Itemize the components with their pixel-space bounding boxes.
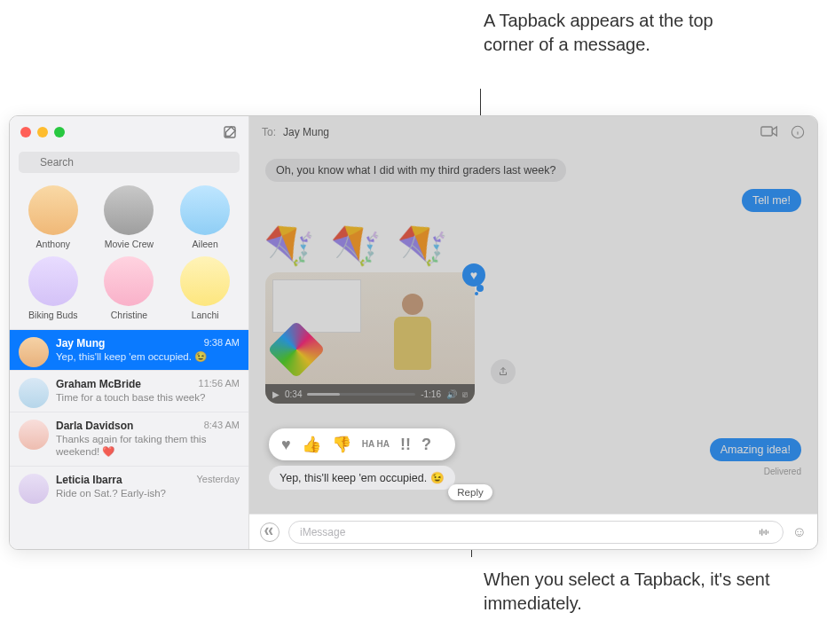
tapback-picker: ♥ 👍 👎 HA HA !! ?: [269, 428, 455, 460]
tapback-popup: ♥ 👍 👎 HA HA !! ? Yep, this'll keep 'em o…: [269, 428, 455, 490]
close-button[interactable]: [20, 127, 31, 137]
message-placeholder: iMessage: [300, 526, 345, 538]
pinned-label: Anthony: [36, 239, 71, 249]
conversation-pane: To: Jay Mung Oh, you know what I did wit…: [249, 116, 817, 549]
conversation-item[interactable]: Jay Mung9:38 AM Yep, this'll keep 'em oc…: [10, 329, 248, 370]
tapback-tail: [475, 292, 478, 295]
message-bubble-outgoing[interactable]: Tell me!: [742, 189, 801, 212]
focused-message-text: Yep, this'll keep 'em occupied. 😉: [280, 472, 445, 484]
conversation-preview: Time for a touch base this week?: [56, 391, 240, 404]
conversation-time: 9:38 AM: [204, 337, 240, 349]
conversation-time: Yesterday: [196, 474, 240, 486]
conversation-time: 11:56 AM: [199, 378, 240, 390]
audio-message-icon[interactable]: [756, 526, 772, 538]
callout-tapback-appears: A Tapback appears at the top corner of a…: [484, 9, 723, 57]
conversation-item[interactable]: Leticia IbarraYesterday Ride on Sat.? Ea…: [10, 466, 248, 507]
tapback-heart-button[interactable]: ♥: [281, 436, 291, 454]
message-input[interactable]: iMessage: [288, 521, 784, 544]
message-composer: iMessage ☺: [249, 514, 817, 549]
avatar: [104, 256, 154, 306]
messages-window: Anthony Movie Crew Aileen Biking Buds Ch…: [9, 115, 818, 550]
tapback-haha-button[interactable]: HA HA: [362, 440, 390, 449]
volume-icon[interactable]: 🔊: [446, 389, 457, 399]
video-elapsed: 0:34: [285, 389, 302, 399]
search-row: [10, 148, 248, 180]
kite-emoji-row: 🪁 🪁 🪁: [265, 221, 801, 269]
kite-icon: 🪁: [395, 216, 453, 272]
avatar: [19, 474, 49, 504]
avatar: [28, 256, 78, 306]
tapback-thumbs-down-button[interactable]: 👎: [332, 435, 351, 454]
conversation-time: 8:43 AM: [204, 420, 240, 432]
share-button[interactable]: [491, 359, 516, 384]
window-titlebar: [10, 116, 248, 148]
reply-button[interactable]: Reply: [448, 484, 492, 500]
compose-button[interactable]: [222, 124, 238, 140]
tapback-heart-reaction[interactable]: ♥: [462, 263, 485, 287]
avatar: [180, 185, 230, 235]
conversation-item[interactable]: Darla Davidson8:43 AM Thanks again for t…: [10, 412, 248, 466]
play-icon[interactable]: ▶: [272, 389, 280, 399]
tapback-question-button[interactable]: ?: [421, 436, 431, 454]
conversation-item[interactable]: Graham McBride11:56 AM Time for a touch …: [10, 370, 248, 411]
conversation-header: To: Jay Mung: [249, 116, 817, 148]
video-scrubber[interactable]: [307, 393, 415, 396]
sidebar: Anthony Movie Crew Aileen Biking Buds Ch…: [10, 116, 249, 549]
recipient-name: Jay Mung: [283, 126, 329, 138]
pinned-conversation[interactable]: Aileen: [169, 185, 241, 249]
video-controls[interactable]: ▶ 0:34 -1:16 🔊 ⎚: [265, 384, 475, 404]
video-remaining: -1:16: [421, 389, 441, 399]
avatar: [19, 420, 49, 450]
conversation-preview: Yep, this'll keep 'em occupied. 😉: [56, 350, 240, 363]
avatar: [19, 337, 49, 367]
message-bubble-outgoing[interactable]: Amazing idea!: [710, 438, 801, 461]
svg-rect-2: [761, 127, 773, 136]
info-icon[interactable]: [791, 125, 805, 139]
minimize-button[interactable]: [37, 127, 48, 137]
pinned-label: Aileen: [193, 239, 218, 249]
avatar: [28, 185, 78, 235]
conversation-preview: Thanks again for taking them this weeken…: [56, 433, 240, 459]
conversation-name: Jay Mung: [56, 337, 105, 349]
avatar: [104, 185, 154, 235]
pinned-conversation[interactable]: Christine: [93, 256, 166, 320]
pinned-conversation[interactable]: Biking Buds: [17, 256, 90, 320]
pinned-grid: Anthony Movie Crew Aileen Biking Buds Ch…: [10, 180, 248, 329]
airplay-icon[interactable]: ⎚: [462, 389, 468, 399]
message-bubble-incoming[interactable]: Oh, you know what I did with my third gr…: [265, 159, 566, 182]
pinned-label: Biking Buds: [28, 310, 77, 320]
conversation-list[interactable]: Jay Mung9:38 AM Yep, this'll keep 'em oc…: [10, 329, 248, 549]
conversation-name: Darla Davidson: [56, 420, 133, 432]
pinned-label: Christine: [111, 310, 147, 320]
pinned-label: Movie Crew: [105, 239, 154, 249]
focused-message-bubble[interactable]: Yep, this'll keep 'em occupied. 😉 Reply: [269, 466, 455, 490]
search-input[interactable]: [19, 152, 240, 173]
pinned-conversation[interactable]: Movie Crew: [93, 185, 166, 249]
avatar: [180, 256, 230, 306]
maximize-button[interactable]: [54, 127, 65, 137]
kite-icon: 🪁: [328, 216, 387, 272]
facetime-icon[interactable]: [760, 125, 778, 139]
tapback-exclaim-button[interactable]: !!: [400, 436, 411, 454]
callout-tapback-select: When you select a Tapback, it's sent imm…: [484, 568, 794, 616]
kite-icon: 🪁: [262, 216, 320, 272]
video-attachment[interactable]: ▶ 0:34 -1:16 🔊 ⎚: [265, 272, 475, 404]
tapback-thumbs-up-button[interactable]: 👍: [302, 435, 321, 454]
pinned-conversation[interactable]: Anthony: [17, 185, 90, 249]
conversation-name: Leticia Ibarra: [56, 474, 122, 486]
conversation-name: Graham McBride: [56, 378, 141, 390]
avatar: [19, 378, 49, 408]
pinned-label: Lanchi: [192, 310, 219, 320]
conversation-preview: Ride on Sat.? Early-ish?: [56, 487, 240, 499]
pinned-conversation[interactable]: Lanchi: [169, 256, 241, 320]
to-label: To:: [262, 126, 276, 138]
apps-button[interactable]: [260, 522, 280, 542]
emoji-picker-button[interactable]: ☺: [792, 524, 807, 540]
